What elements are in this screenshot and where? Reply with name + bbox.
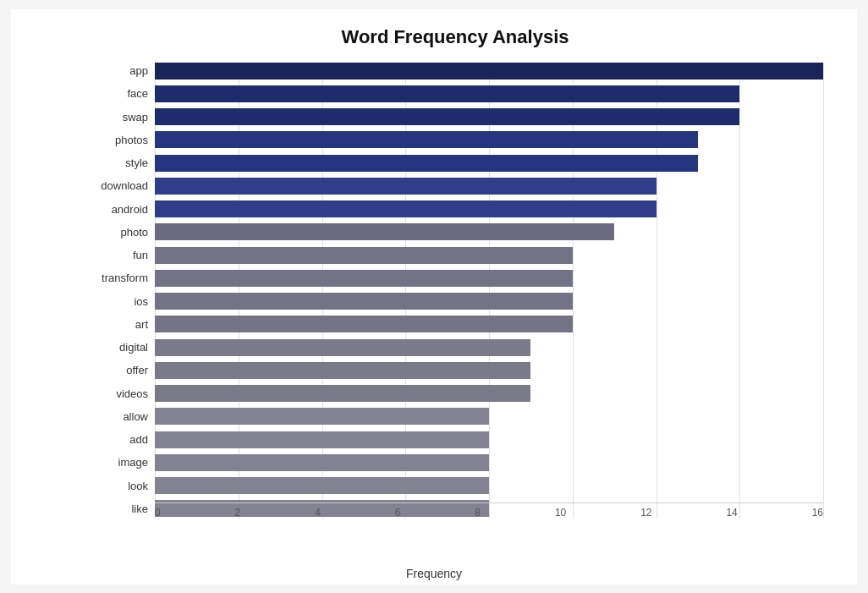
- x-axis: 0246810121416: [155, 507, 823, 519]
- bar-track: [155, 385, 823, 402]
- x-tick: 4: [315, 507, 321, 519]
- bar-label: like: [87, 502, 155, 515]
- grid-line: [823, 62, 824, 519]
- x-tick: 2: [235, 507, 241, 519]
- bar-label: look: [87, 480, 155, 492]
- bar-track: [155, 63, 823, 80]
- bar-track: [155, 178, 823, 195]
- bar-fill: [155, 131, 698, 148]
- bar-label: download: [87, 179, 155, 192]
- bar-row: photos: [87, 130, 823, 149]
- x-tick: 6: [395, 507, 401, 519]
- bars-wrapper: appfaceswapphotosstyledownloadandroidpho…: [87, 62, 823, 519]
- x-tick: 8: [475, 507, 481, 519]
- bar-fill: [155, 108, 739, 125]
- bar-track: [155, 200, 823, 217]
- chart-container: Word Frequency Analysis appfaceswapphoto…: [11, 9, 857, 585]
- bar-row: digital: [87, 338, 823, 357]
- bar-fill: [155, 316, 573, 332]
- x-tick: 14: [726, 507, 737, 519]
- bar-label: image: [87, 456, 155, 469]
- bar-fill: [155, 293, 573, 310]
- bar-row: style: [87, 154, 823, 173]
- bar-row: ios: [87, 292, 823, 310]
- bar-row: art: [87, 315, 823, 333]
- bar-row: face: [87, 85, 823, 103]
- bar-label: android: [87, 203, 155, 216]
- bar-fill: [155, 362, 530, 379]
- bar-track: [155, 108, 823, 125]
- bar-track: [155, 454, 823, 471]
- bar-label: ios: [87, 295, 155, 308]
- bar-fill: [155, 454, 489, 471]
- bar-fill: [155, 63, 823, 80]
- bar-row: swap: [87, 107, 823, 126]
- bar-track: [155, 477, 823, 494]
- bar-row: android: [87, 200, 823, 218]
- bar-label: swap: [87, 111, 155, 124]
- bar-label: app: [87, 64, 155, 77]
- bar-row: allow: [87, 407, 823, 426]
- bar-track: [155, 247, 823, 264]
- bar-fill: [155, 431, 489, 448]
- chart-area: appfaceswapphotosstyledownloadandroidpho…: [87, 62, 823, 544]
- bar-fill: [155, 223, 614, 240]
- bar-row: offer: [87, 361, 823, 380]
- bar-row: videos: [87, 384, 823, 403]
- bar-label: offer: [87, 364, 155, 376]
- bar-track: [155, 408, 823, 425]
- bar-label: videos: [87, 387, 155, 400]
- bar-row: image: [87, 453, 823, 472]
- bar-fill: [155, 408, 489, 425]
- bar-track: [155, 362, 823, 379]
- bar-label: transform: [87, 272, 155, 284]
- bar-track: [155, 155, 823, 172]
- bar-row: fun: [87, 246, 823, 265]
- bar-track: [155, 316, 823, 332]
- bar-fill: [155, 477, 489, 494]
- bar-row: photo: [87, 222, 823, 241]
- x-tick: 0: [155, 507, 161, 519]
- x-tick: 12: [640, 507, 651, 519]
- bar-label: art: [87, 318, 155, 331]
- bar-fill: [155, 178, 656, 195]
- bar-label: photo: [87, 226, 155, 239]
- bar-fill: [155, 385, 530, 402]
- bar-row: download: [87, 177, 823, 195]
- bar-fill: [155, 270, 573, 287]
- bar-label: style: [87, 156, 155, 169]
- chart-title: Word Frequency Analysis: [87, 26, 823, 48]
- bar-row: look: [87, 476, 823, 495]
- bar-track: [155, 270, 823, 287]
- bar-row: add: [87, 431, 823, 449]
- bar-label: add: [87, 433, 155, 446]
- bar-track: [155, 223, 823, 240]
- x-tick: 10: [555, 507, 566, 519]
- bar-label: photos: [87, 134, 155, 146]
- bar-track: [155, 431, 823, 448]
- bar-fill: [155, 339, 530, 356]
- x-axis-label: Frequency: [11, 567, 857, 580]
- bar-label: digital: [87, 341, 155, 354]
- bar-label: face: [87, 87, 155, 100]
- bar-label: fun: [87, 249, 155, 261]
- bar-fill: [155, 247, 573, 264]
- bar-row: transform: [87, 269, 823, 288]
- axis-line: [155, 502, 823, 503]
- bar-row: app: [87, 62, 823, 80]
- bar-track: [155, 85, 823, 102]
- bar-track: [155, 293, 823, 310]
- bar-track: [155, 131, 823, 148]
- x-tick: 16: [812, 507, 823, 519]
- bar-fill: [155, 85, 739, 102]
- bar-fill: [155, 200, 656, 217]
- bar-track: [155, 339, 823, 356]
- bar-fill: [155, 155, 698, 172]
- bar-label: allow: [87, 410, 155, 423]
